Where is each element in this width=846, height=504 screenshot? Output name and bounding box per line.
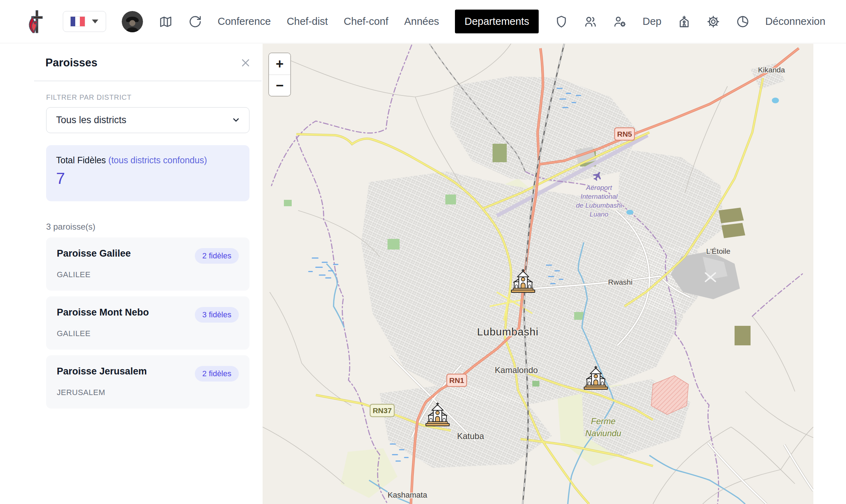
- map-canvas[interactable]: + −: [263, 44, 813, 504]
- parish-name: Paroisse Jerusalem: [57, 366, 147, 377]
- umc-logo[interactable]: [21, 7, 47, 36]
- nav-chef-conf[interactable]: Chef-conf: [344, 16, 389, 27]
- pie-chart-icon[interactable]: [736, 15, 749, 28]
- nav-conference[interactable]: Conference: [218, 16, 271, 27]
- svg-text:RN5: RN5: [617, 130, 632, 138]
- total-fideles-box: Total Fidèles (tous districts confondus)…: [46, 145, 249, 202]
- church-building-icon[interactable]: [677, 15, 691, 28]
- svg-text:Ferme: Ferme: [591, 416, 615, 426]
- label-katuba: Katuba: [457, 431, 484, 441]
- label-lubumbashi: Lubumbashi: [477, 326, 538, 338]
- svg-text:de Lubumbashi: de Lubumbashi: [576, 202, 622, 209]
- svg-text:RN1: RN1: [449, 376, 464, 384]
- svg-text:Aéroport: Aéroport: [586, 184, 612, 191]
- label-kamalondo: Kamalondo: [495, 365, 538, 375]
- fideles-badge: 3 fidèles: [195, 307, 239, 323]
- svg-text:Naviundu: Naviundu: [585, 428, 621, 438]
- chevron-down-icon: [231, 115, 241, 125]
- refresh-icon[interactable]: [188, 15, 202, 28]
- top-nav: Conference Chef-dist Chef-conf Années De…: [0, 0, 846, 43]
- parish-district: JERUSALEM: [57, 388, 239, 397]
- total-sublabel: (tous districts confondus): [108, 155, 207, 165]
- nav-chef-dist[interactable]: Chef-dist: [287, 16, 328, 27]
- parish-card-mont-nebo[interactable]: Paroisse Mont Nebo 3 fidèles GALILEE: [46, 296, 249, 350]
- fideles-badge: 2 fidèles: [195, 248, 239, 264]
- parish-name: Paroisse Galilee: [57, 248, 131, 259]
- user-avatar[interactable]: [122, 11, 143, 32]
- nav-departements-active[interactable]: Departements: [455, 10, 539, 33]
- nav-deconnexion[interactable]: Déconnexion: [765, 16, 825, 27]
- district-select[interactable]: Tous les districts: [46, 107, 249, 133]
- close-icon[interactable]: [240, 57, 251, 68]
- parish-count: 3 paroisse(s): [46, 222, 249, 232]
- parish-district: GALILEE: [57, 270, 239, 279]
- user-cog-icon[interactable]: [613, 15, 627, 28]
- map-icon[interactable]: [159, 15, 172, 28]
- label-kikanda: Kikanda: [758, 66, 785, 74]
- parish-card-galilee[interactable]: Paroisse Galilee 2 fidèles GALILEE: [46, 237, 249, 291]
- language-selector[interactable]: [63, 11, 106, 32]
- svg-text:RN37: RN37: [373, 406, 392, 415]
- nav-annees[interactable]: Années: [404, 16, 439, 27]
- label-rwashi: Rwashi: [608, 278, 633, 286]
- french-flag-icon: [71, 17, 85, 26]
- route-badge-rn5: RN5: [615, 128, 634, 140]
- total-value: 7: [56, 169, 240, 188]
- filter-label: FILTRER PAR DISTRICT: [46, 93, 249, 102]
- svg-text:Luano: Luano: [590, 210, 609, 218]
- district-select-value: Tous les districts: [56, 115, 126, 126]
- shield-icon[interactable]: [555, 15, 568, 28]
- fideles-badge: 2 fidèles: [195, 366, 239, 382]
- users-icon[interactable]: [584, 15, 597, 28]
- panel-title: Paroisses: [45, 56, 98, 69]
- parish-card-jerusalem[interactable]: Paroisse Jerusalem 2 fidèles JERUSALEM: [46, 355, 249, 409]
- divider: [34, 81, 262, 81]
- label-kashamata: Kashamata: [388, 491, 427, 499]
- caret-down-icon: [92, 20, 98, 23]
- parish-district: GALILEE: [57, 329, 239, 338]
- zoom-in-button[interactable]: +: [269, 53, 290, 75]
- zoom-control: + −: [268, 53, 291, 97]
- nav-dep[interactable]: Dep: [643, 16, 661, 27]
- zoom-out-button[interactable]: −: [269, 75, 290, 96]
- map-tiles: RN5 RN1 RN37 Kikanda L'Étoile Rwashi Kam…: [263, 44, 813, 504]
- parish-name: Paroisse Mont Nebo: [57, 307, 149, 318]
- route-badge-rn37: RN37: [370, 404, 394, 417]
- total-label: Total Fidèles: [56, 155, 106, 165]
- svg-text:International: International: [581, 193, 618, 200]
- paroisses-panel: Paroisses FILTRER PAR DISTRICT Tous les …: [34, 44, 262, 409]
- route-badge-rn1: RN1: [447, 374, 467, 387]
- gear-icon[interactable]: [707, 15, 720, 28]
- label-etoile: L'Étoile: [706, 247, 730, 255]
